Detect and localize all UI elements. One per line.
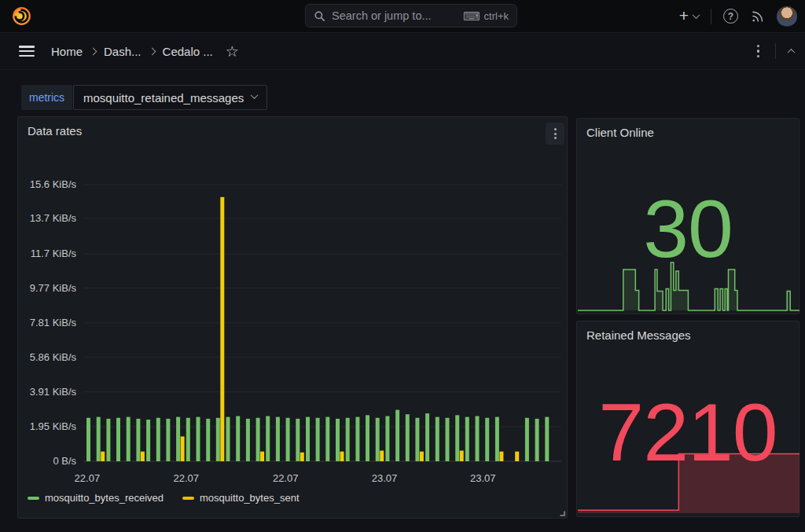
panel-title-data-rates[interactable]: Data rates <box>28 124 82 138</box>
dashboard-kebab-icon[interactable] <box>754 42 763 61</box>
client-online-value: 30 <box>577 166 799 292</box>
x-axis-tick: 23.07 <box>470 472 496 484</box>
variable-label: metrics <box>21 85 72 110</box>
variable-dropdown[interactable]: mosquitto_retained_messages <box>73 85 267 110</box>
data-rates-yticks: 0 B/s1.95 KiB/s3.91 KiB/s5.86 KiB/s7.81 … <box>18 177 81 468</box>
chevron-down-icon <box>693 11 700 19</box>
y-axis-tick: 15.6 KiB/s <box>30 178 76 190</box>
nav-divider <box>711 9 711 24</box>
y-axis-tick: 3.91 KiB/s <box>30 386 76 398</box>
legend-item-received[interactable]: mosquitto_bytes_received <box>28 492 164 504</box>
y-axis-tick: 7.81 KiB/s <box>30 317 76 328</box>
data-rates-plot[interactable] <box>83 177 561 468</box>
x-axis-tick: 23.07 <box>372 472 398 484</box>
news-rss-icon[interactable] <box>750 9 765 24</box>
panel-data-rates: Data rates 0 B/s1.95 KiB/s3.91 KiB/s5.86… <box>17 116 568 519</box>
breadcrumb: Home Dash... Cedalo ... ☆ <box>51 33 239 69</box>
x-axis-tick: 22.07 <box>173 472 199 484</box>
chevron-down-icon <box>251 91 259 99</box>
dashboard-actions <box>754 33 795 69</box>
panel-retained-messages: Retained Messages 7210 <box>576 321 799 517</box>
data-rates-xlabels: 22.0722.0722.0723.0723.07 <box>83 472 561 485</box>
y-axis-tick: 9.77 KiB/s <box>30 282 76 294</box>
add-button[interactable]: + <box>679 9 699 24</box>
search-shortcut: ctrl+k <box>484 10 509 22</box>
data-rates-legend: mosquitto_bytes_received mosquitto_bytes… <box>28 492 300 504</box>
panel-client-online: Client Online 30 <box>576 118 799 314</box>
user-avatar[interactable] <box>777 6 797 27</box>
retained-messages-sparkline <box>578 449 799 515</box>
plus-icon: + <box>679 7 689 24</box>
y-axis-tick: 0 B/s <box>53 455 76 467</box>
panel-menu-button[interactable] <box>546 123 564 145</box>
variable-value: mosquitto_retained_messages <box>83 91 244 105</box>
favorite-star-icon[interactable]: ☆ <box>226 44 239 59</box>
x-axis-tick: 22.07 <box>273 472 299 484</box>
legend-dash-green <box>28 497 39 500</box>
y-axis-tick: 5.86 KiB/s <box>30 351 76 363</box>
search-placeholder: Search or jump to... <box>332 9 432 22</box>
chevron-right-icon <box>148 48 156 56</box>
chevron-right-icon <box>90 48 97 56</box>
panel-title-retained-messages[interactable]: Retained Messages <box>586 328 691 342</box>
x-axis-tick: 22.07 <box>75 472 101 484</box>
y-axis-tick: 13.7 KiB/s <box>30 212 76 224</box>
legend-item-sent[interactable]: mosquitto_bytes_sent <box>182 492 299 504</box>
breadcrumb-home[interactable]: Home <box>51 45 83 58</box>
breadcrumb-current[interactable]: Cedalo ... <box>163 45 213 58</box>
actions-divider <box>775 43 776 59</box>
legend-label-received: mosquitto_bytes_received <box>45 492 164 504</box>
y-axis-tick: 11.7 KiB/s <box>31 248 76 259</box>
legend-dash-yellow <box>182 497 194 500</box>
top-nav: Search or jump to... ⌨ ctrl+k + ? <box>0 0 805 33</box>
y-axis-tick: 1.95 KiB/s <box>30 420 76 432</box>
nav-actions: + ? <box>679 0 797 32</box>
chevron-up-icon[interactable] <box>788 48 796 56</box>
legend-label-sent: mosquitto_bytes_sent <box>200 492 299 504</box>
keyboard-icon: ⌨ <box>463 10 480 22</box>
grafana-logo[interactable] <box>11 6 32 27</box>
help-icon[interactable]: ? <box>723 9 738 24</box>
breadcrumb-bar: Home Dash... Cedalo ... ☆ <box>0 33 805 70</box>
panel-kebab-icon <box>551 125 560 142</box>
panel-title-client-online[interactable]: Client Online <box>586 126 654 139</box>
menu-burger-icon[interactable] <box>19 46 35 57</box>
breadcrumb-dashboards[interactable]: Dash... <box>104 45 142 58</box>
search-input[interactable]: Search or jump to... ⌨ ctrl+k <box>305 4 517 28</box>
panel-resize-handle[interactable] <box>557 508 565 516</box>
search-icon <box>314 10 325 22</box>
